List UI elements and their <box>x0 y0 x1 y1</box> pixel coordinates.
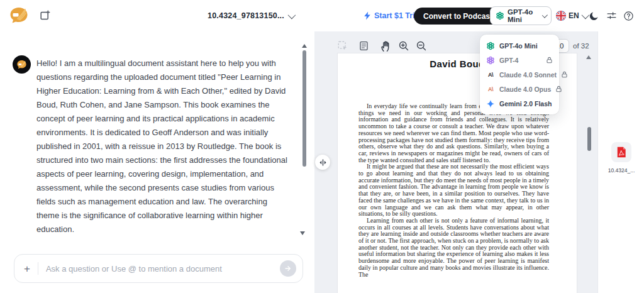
model-dropdown-menu: GPT-4o Mini GPT-4 A\ Claude 4.0 Sonnet <box>480 35 559 114</box>
zoom-in-icon[interactable] <box>398 39 409 53</box>
menu-item-label: Gemini 2.0 Flash <box>499 100 552 108</box>
hand-icon[interactable] <box>379 39 391 53</box>
assistant-avatar <box>13 55 31 74</box>
chat-input-bar: + <box>14 254 303 283</box>
openai-icon <box>486 41 495 50</box>
top-bar: 10.4324_97813150... Start $1 Trial Conve… <box>0 0 644 31</box>
anthropic-icon: A\ <box>486 85 495 94</box>
document-thumbnail-label: 10.4324_... <box>598 167 644 174</box>
split-drag-icon <box>319 159 327 166</box>
document-title: 10.4324_97813150... <box>208 11 284 20</box>
chat-input[interactable] <box>46 264 280 274</box>
chat-logo-icon <box>16 60 27 70</box>
page-total-label: of 32 <box>573 39 589 53</box>
language-selector[interactable]: EN <box>556 0 587 31</box>
documents-sidebar: 10.4324_... <box>597 31 644 293</box>
document-title-dropdown[interactable]: 10.4324_97813150... <box>208 0 294 31</box>
pdf-scroll-up-icon[interactable] <box>586 55 591 59</box>
chat-scroll-up-icon[interactable] <box>302 44 307 48</box>
pdf-file-icon <box>615 146 628 158</box>
openai-icon <box>486 56 495 65</box>
menu-item-gpt-4o-mini[interactable]: GPT-4o Mini <box>480 38 559 53</box>
dark-mode-toggle[interactable] <box>589 11 599 21</box>
anthropic-icon: A\ <box>486 70 495 79</box>
openai-icon <box>496 11 504 20</box>
send-button[interactable] <box>280 260 296 277</box>
lightning-icon <box>364 11 371 20</box>
menu-item-claude-sonnet[interactable]: A\ Claude 4.0 Sonnet <box>480 67 559 82</box>
help-icon[interactable] <box>623 11 634 21</box>
lock-icon <box>561 71 568 78</box>
menu-item-label: GPT-4 <box>499 57 518 64</box>
chevron-down-icon <box>288 11 296 19</box>
app-root: 10.4324_97813150... Start $1 Trial Conve… <box>0 0 644 293</box>
select-area-icon[interactable] <box>337 39 348 53</box>
message-paragraph: Hello! I am a multilingual document assi… <box>36 57 288 236</box>
menu-item-label: Claude 4.0 Sonnet <box>499 71 557 79</box>
document-thumbnail[interactable] <box>611 142 631 162</box>
menu-item-claude-opus[interactable]: A\ Claude 4.0 Opus <box>480 82 559 96</box>
input-divider <box>38 262 38 275</box>
chat-scrollbar[interactable] <box>303 50 306 167</box>
chat-scroll-down-icon[interactable] <box>300 231 305 235</box>
pdf-paragraph: It might be argued that these are not ne… <box>358 163 549 218</box>
menu-item-label: Claude 4.0 Opus <box>499 86 551 93</box>
plus-icon[interactable]: + <box>24 263 30 274</box>
model-selected-label: GPT-4o Mini <box>508 8 539 23</box>
pdf-scrollbar[interactable] <box>587 127 591 151</box>
menu-item-label: GPT-4o Mini <box>499 42 538 50</box>
send-icon <box>284 265 292 272</box>
model-selector-button[interactable]: GPT-4o Mini <box>490 6 552 25</box>
pdf-paragraph: Learning from each other is not only a f… <box>358 218 549 278</box>
new-chat-icon[interactable] <box>39 10 50 21</box>
convert-to-podcast-button[interactable]: Convert to Podcast <box>414 8 502 25</box>
chat-logo[interactable] <box>9 6 29 25</box>
uk-flag-icon <box>556 11 566 21</box>
lock-icon <box>555 86 562 92</box>
panel-resize-handle[interactable] <box>315 155 330 170</box>
sliders-icon[interactable] <box>606 11 617 21</box>
gemini-icon <box>486 99 495 108</box>
pdf-page-body: In everyday life we continually learn fr… <box>358 103 549 278</box>
chat-panel: Hello! I am a multilingual document assi… <box>0 31 314 293</box>
lock-icon <box>546 57 553 64</box>
menu-item-gpt-4[interactable]: GPT-4 <box>480 53 559 67</box>
start-trial-button[interactable]: Start $1 Trial <box>364 0 421 31</box>
zoom-out-icon[interactable] <box>416 39 427 53</box>
chevron-down-icon <box>542 12 548 18</box>
thumbnails-icon[interactable] <box>358 39 369 53</box>
language-label: EN <box>569 11 579 20</box>
menu-item-gemini-flash[interactable]: Gemini 2.0 Flash <box>480 96 559 111</box>
